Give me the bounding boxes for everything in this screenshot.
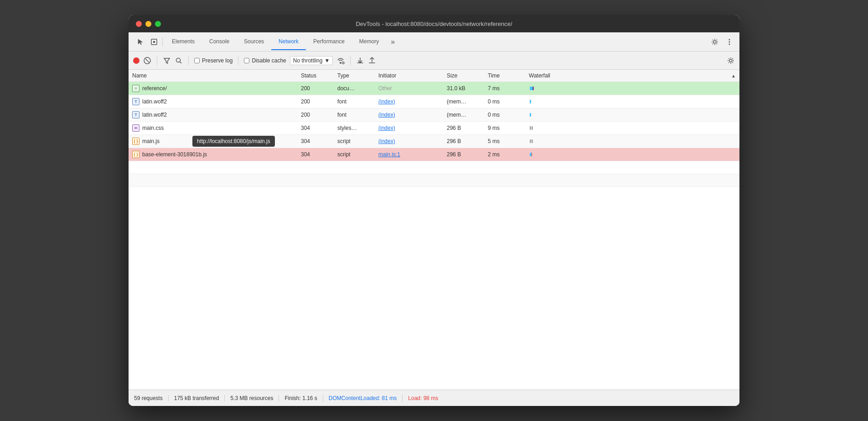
- wf-bar: [530, 100, 531, 103]
- network-settings-icon[interactable]: [727, 56, 735, 65]
- toolbar-divider-1: [157, 56, 157, 65]
- row-5-size: 296 B: [443, 136, 484, 146]
- row-1-waterfall: [525, 82, 739, 95]
- maximize-button[interactable]: [155, 21, 161, 27]
- row-5-time: 5 ms: [484, 136, 525, 146]
- row-5-waterfall: [525, 135, 739, 148]
- col-header-time[interactable]: Time: [484, 72, 525, 79]
- row-3-waterfall-bar: [529, 110, 736, 119]
- svg-point-5: [729, 43, 730, 45]
- tab-bar: Elements Console Sources Network Perform…: [129, 32, 739, 51]
- dom-content-loaded: DOMContentLoaded: 81 ms: [323, 395, 403, 401]
- row-2-status: 200: [297, 97, 334, 107]
- disable-cache-label[interactable]: Disable cache: [244, 57, 286, 64]
- cursor-icon[interactable]: [136, 37, 145, 46]
- devtools-body: Elements Console Sources Network Perform…: [129, 32, 739, 406]
- row-5-waterfall-bar: [529, 137, 736, 146]
- preserve-log-label[interactable]: Preserve log: [194, 57, 232, 64]
- tab-sources[interactable]: Sources: [237, 34, 271, 50]
- js-file-icon-2: { }: [132, 151, 140, 158]
- tab-performance[interactable]: Performance: [306, 34, 352, 50]
- wf-bar-red: [533, 87, 534, 90]
- col-header-name[interactable]: Name: [129, 72, 297, 79]
- row-4-initiator-link[interactable]: (index): [378, 125, 395, 131]
- row-3-name: T latin.woff2: [129, 109, 297, 120]
- import-har-icon[interactable]: [356, 56, 364, 65]
- row-4-size: 296 B: [443, 123, 484, 133]
- row-4-time: 9 ms: [484, 123, 525, 133]
- table-row: T latin.woff2 200 font (index) (mem… 0 m…: [129, 108, 739, 122]
- preserve-log-checkbox[interactable]: [194, 58, 200, 63]
- row-1-initiator: Other: [375, 83, 443, 93]
- row-2-type: font: [334, 97, 375, 107]
- row-6-initiator-link[interactable]: main.js:1: [378, 151, 400, 158]
- row-6-size: 296 B: [443, 149, 484, 159]
- tab-bar-icons: [132, 37, 163, 46]
- row-4-status: 304: [297, 123, 334, 133]
- table-body[interactable]: ≡ reference/ 200 docu… Other 31.0 kB 7 m…: [129, 82, 739, 390]
- row-3-initiator-link[interactable]: (index): [378, 112, 395, 118]
- search-icon[interactable]: [175, 56, 183, 65]
- row-5-status: 304: [297, 136, 334, 146]
- col-header-size[interactable]: Size: [443, 72, 484, 79]
- tab-memory[interactable]: Memory: [352, 34, 386, 50]
- row-5-initiator-link[interactable]: (index): [378, 138, 395, 144]
- minimize-button[interactable]: [145, 21, 151, 27]
- table-row: T latin.woff2 200 font (index) (mem… 0 m…: [129, 95, 739, 108]
- col-header-initiator[interactable]: Initiator: [375, 72, 443, 79]
- row-1-status: 200: [297, 83, 334, 93]
- more-options-icon[interactable]: [725, 37, 734, 46]
- table-row-4[interactable]: ✏ main.css 304 styles… (index) 296 B 9 m…: [129, 122, 739, 135]
- row-2-time: 0 ms: [484, 97, 525, 107]
- throttle-arrow-icon: ▼: [324, 57, 330, 64]
- row-2-initiator: (index): [375, 97, 443, 107]
- record-button[interactable]: [133, 57, 140, 64]
- svg-point-4: [729, 41, 730, 42]
- row-6-waterfall: [525, 148, 739, 161]
- inspect-icon[interactable]: [150, 37, 159, 46]
- col-header-waterfall[interactable]: Waterfall ▲: [525, 72, 739, 79]
- window-title: DevTools - localhost:8080/docs/devtools/…: [356, 21, 512, 27]
- row-2-size: (mem…: [443, 97, 484, 107]
- wf-bar-red: [532, 153, 532, 156]
- table-row-5[interactable]: { } main.js 304 script (index) 296 B 5 m…: [129, 135, 739, 148]
- tab-network[interactable]: Network: [271, 34, 306, 50]
- col-header-status[interactable]: Status: [297, 72, 334, 79]
- close-button[interactable]: [136, 21, 142, 27]
- toolbar-divider-4: [350, 56, 351, 65]
- wf-bar: [530, 126, 531, 130]
- tab-elements[interactable]: Elements: [165, 34, 202, 50]
- wifi-settings-icon[interactable]: [336, 56, 345, 65]
- more-tabs-button[interactable]: »: [387, 34, 398, 50]
- row-4-initiator: (index): [375, 123, 443, 133]
- finish-time: Finish: 1.16 s: [279, 395, 323, 401]
- filter-icon[interactable]: [163, 56, 171, 65]
- table-row-1[interactable]: ≡ reference/ 200 docu… Other 31.0 kB 7 m…: [129, 82, 739, 95]
- table-row-6[interactable]: { } base-element-3018901b.js 304 script …: [129, 148, 739, 161]
- row-1-time: 7 ms: [484, 83, 525, 93]
- table-row-empty-1: [129, 161, 739, 174]
- disable-cache-checkbox[interactable]: [244, 58, 249, 63]
- throttle-select[interactable]: No throttling ▼: [290, 56, 333, 65]
- row-6-status: 304: [297, 149, 334, 159]
- row-5-initiator: (index): [375, 136, 443, 146]
- table-row-5-wrapper: { } main.js 304 script (index) 296 B 5 m…: [129, 135, 739, 148]
- row-6-name: { } base-element-3018901b.js: [129, 149, 297, 160]
- window-controls: [136, 21, 161, 27]
- row-6-waterfall-bar: [529, 150, 736, 159]
- clear-icon[interactable]: [143, 56, 151, 65]
- row-3-waterfall: [525, 108, 739, 121]
- doc-file-icon: ≡: [132, 85, 140, 92]
- font-file-icon-2: T: [132, 111, 140, 118]
- col-header-type[interactable]: Type: [334, 72, 375, 79]
- settings-icon[interactable]: [710, 37, 719, 46]
- status-bar: 59 requests 175 kB transferred 5.3 MB re…: [129, 390, 739, 406]
- row-1-type: docu…: [334, 83, 375, 93]
- export-har-icon[interactable]: [368, 56, 376, 65]
- table-row-2[interactable]: T latin.woff2 200 font (index) (mem… 0 m…: [129, 95, 739, 108]
- table-row-3[interactable]: T latin.woff2 200 font (index) (mem… 0 m…: [129, 108, 739, 122]
- row-2-waterfall-bar: [529, 97, 736, 106]
- tab-console[interactable]: Console: [202, 34, 237, 50]
- table-row: ✏ main.css 304 styles… (index) 296 B 9 m…: [129, 122, 739, 135]
- row-2-initiator-link[interactable]: (index): [378, 98, 395, 105]
